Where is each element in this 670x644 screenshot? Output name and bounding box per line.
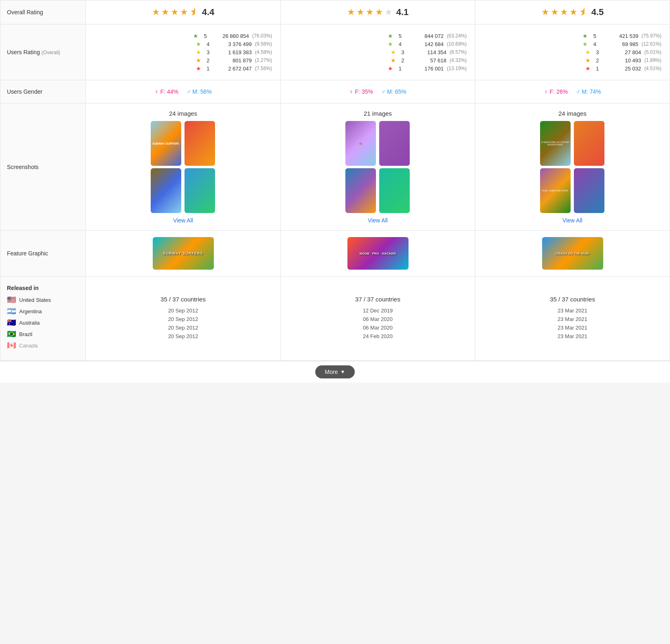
rating-count: 844 072 [407, 33, 444, 39]
date-us-game2: 12 Dec 2019 [289, 308, 467, 314]
screenshot-4-game1 [185, 168, 215, 213]
rating-count: 26 860 854 [212, 33, 249, 39]
chevron-down-icon: ▼ [340, 369, 345, 375]
view-all-game3[interactable]: View All [562, 217, 582, 224]
date-us-game3: 23 Mar 2021 [483, 308, 661, 314]
screenshot-4-game2 [379, 168, 410, 213]
star-icon: ★ [585, 57, 591, 64]
star-icon: ★ [196, 41, 201, 47]
rating-percent: (13.19%) [447, 66, 467, 71]
overall-rating-game3: ★ ★ ★ ★ ⯨ 4.5 [475, 0, 670, 24]
flag-us: 🇺🇸 [7, 295, 16, 304]
star-icon: ★ [193, 33, 198, 39]
rating-percent: (12.61%) [641, 41, 661, 47]
released-in-game2: 37 / 37 countries 12 Dec 2019 06 Mar 202… [281, 277, 475, 361]
screenshot-4-game3 [574, 168, 604, 213]
stars-game1: ★ ★ ★ ★ ⯨ 4.4 [94, 7, 272, 18]
gender-display-game1: ♀ F: 44% ♂ M: 56% [94, 88, 272, 95]
screenshot-1-game2: 🏰 [345, 121, 376, 166]
rating-row: ★ 1 25 032 (4.51%) [483, 65, 661, 72]
rating-percent: (7.56%) [255, 66, 272, 71]
rating-count: 69 985 [602, 41, 638, 47]
rating-count: 2 672 047 [215, 66, 252, 72]
screenshot-2-game1 [185, 121, 215, 166]
star-icon: ★ [391, 49, 396, 55]
screenshot-3-game1 [151, 168, 181, 213]
star5: ⯨ [189, 7, 198, 18]
feature-graphic-game1: SUBWAY SURFERS [86, 231, 281, 277]
screenshots-game1: 24 images SUBWAY SURFERS View All [86, 103, 281, 231]
countries-count-game2: 37 / 37 countries [289, 296, 467, 303]
star3: ★ [171, 7, 179, 18]
star-number: 1 [204, 66, 212, 72]
rating-count: 10 493 [604, 57, 641, 64]
rating-percent: (4.51%) [644, 66, 661, 71]
country-au: 🇦🇺 Australia [7, 318, 79, 327]
date-br-game2: 24 Feb 2020 [289, 333, 467, 339]
star-number: 3 [594, 49, 601, 55]
screenshots-game3: 24 images A NEW KIND OF CRASH ADVENTURE!… [475, 103, 670, 231]
rating-row: ★ 2 10 493 (1.89%) [483, 57, 661, 64]
star-number: 5 [396, 33, 404, 39]
rating-row: ★ 5 26 860 854 (76.03%) [94, 33, 272, 39]
stars-game3: ★ ★ ★ ★ ⯨ 4.5 [483, 7, 661, 18]
users-gender-row: Users Gender ♀ F: 44% ♂ M: 56% ♀ F: 35% … [0, 80, 670, 103]
rating-count: 1 619 383 [215, 49, 252, 55]
rating-percent: (10.69%) [447, 41, 467, 47]
date-ar-game3: 23 Mar 2021 [483, 316, 661, 322]
rating-row: ★ 2 57 618 (4.32%) [289, 57, 467, 64]
stars-game2: ★ ★ ★ ★ ★ 4.1 [289, 7, 467, 18]
released-in-game1: 35 / 37 countries 20 Sep 2012 20 Sep 201… [86, 277, 281, 361]
rating-count: 114 354 [410, 49, 446, 55]
rating-row: ★ 3 1 619 383 (4.58%) [94, 49, 272, 55]
date-au-game2: 06 Mar 2020 [289, 325, 467, 331]
rating-percent: (8.57%) [450, 49, 467, 55]
country-ar: 🇦🇷 Argentina [7, 307, 79, 316]
users-rating-game2: ★ 5 844 072 (63.24%) ★ 4 142 684 (10.69%… [281, 24, 475, 80]
rating-count: 25 032 [604, 66, 641, 72]
star-number: 3 [204, 49, 212, 55]
country-br: 🇧🇷 Brazil [7, 330, 79, 338]
view-all-game1[interactable]: View All [173, 217, 193, 224]
screenshots-label: Screenshots [0, 103, 86, 231]
screenshot-3-game3: RUN, JUMP AND SPIN! [540, 168, 571, 213]
screenshot-count-game1: 24 images [94, 110, 272, 117]
date-au-game1: 20 Sep 2012 [94, 325, 272, 331]
rating-row: ★ 4 3 376 499 (9.56%) [94, 41, 272, 47]
rating-percent: (76.03%) [252, 33, 272, 39]
star-number: 5 [202, 33, 209, 39]
rating-count: 142 684 [407, 41, 444, 47]
star-number: 4 [204, 41, 212, 47]
feature-image-game2: NOOB PRO HACKER [347, 237, 409, 270]
users-rating-game1: ★ 5 26 860 854 (76.03%) ★ 4 3 376 499 (9… [86, 24, 281, 80]
view-all-game2[interactable]: View All [368, 217, 388, 224]
star-icon: ★ [196, 49, 201, 55]
rating-distribution-game3: ★ 5 421 539 (75.97%) ★ 4 69 985 (12.61%)… [483, 33, 661, 72]
released-in-row: Released in 🇺🇸 United States 🇦🇷 Argentin… [0, 277, 670, 361]
gender-display-game2: ♀ F: 35% ♂ M: 65% [289, 88, 467, 95]
star-icon: ★ [388, 41, 393, 47]
feature-graphic-game2: NOOB PRO HACKER [281, 231, 475, 277]
date-us-game1: 20 Sep 2012 [94, 308, 272, 314]
users-rating-game3: ★ 5 421 539 (75.97%) ★ 4 69 985 (12.61%)… [475, 24, 670, 80]
rating-count: 57 618 [410, 57, 446, 64]
more-button[interactable]: More ▼ [315, 365, 355, 378]
star-icon: ★ [582, 41, 588, 47]
feature-image-game3: CRASH ON THE RUN! [542, 237, 603, 270]
star-icon: ★ [585, 49, 591, 55]
overall-rating-game1: ★ ★ ★ ★ ⯨ 4.4 [86, 0, 281, 24]
overall-rating-game2: ★ ★ ★ ★ ★ 4.1 [281, 0, 475, 24]
users-gender-label: Users Gender [0, 80, 86, 103]
rating-percent: (4.58%) [255, 49, 272, 55]
users-gender-game3: ♀ F: 26% ♂ M: 74% [475, 80, 670, 103]
rating-row: ★ 1 2 672 047 (7.56%) [94, 65, 272, 72]
rating-row: ★ 3 114 354 (8.57%) [289, 49, 467, 55]
more-button-row: More ▼ [0, 361, 670, 382]
rating-percent: (5.01%) [644, 49, 661, 55]
screenshot-1-game1: SUBWAY SURFERS [151, 121, 181, 166]
star-icon: ★ [391, 57, 396, 64]
star-icon: ★ [585, 65, 591, 72]
rating-percent: (63.24%) [447, 33, 467, 39]
rating-row: ★ 4 142 684 (10.69%) [289, 41, 467, 47]
feature-image-game1: SUBWAY SURFERS [153, 237, 214, 270]
